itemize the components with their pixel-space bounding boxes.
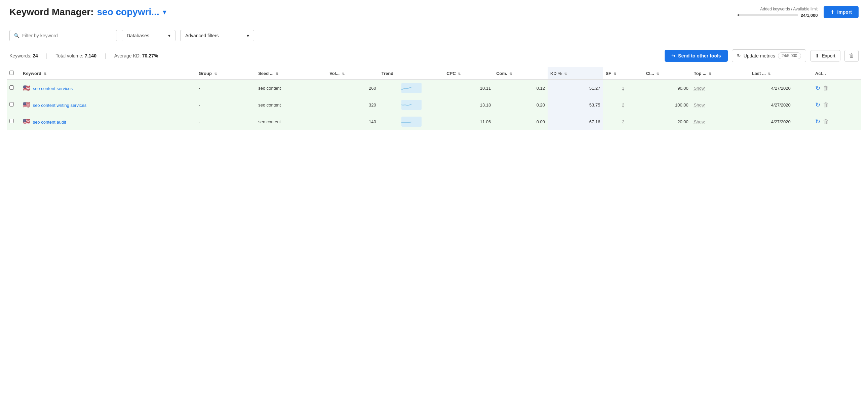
row-vol-cell: 260 (327, 79, 379, 97)
row-cpc-cell: 13.18 (444, 96, 494, 113)
show-link[interactable]: Show (694, 119, 705, 124)
delete-button[interactable]: 🗑 (844, 50, 859, 62)
delete-row-button[interactable]: 🗑 (823, 101, 829, 108)
databases-dropdown[interactable]: Databases ▾ (122, 30, 176, 41)
keywords-stat: Keywords: 24 (9, 53, 38, 59)
row-cpc-cell: 10.11 (444, 79, 494, 97)
send-icon: ↪ (671, 53, 675, 59)
search-input[interactable] (22, 33, 113, 38)
row-checkbox-2[interactable] (9, 119, 14, 123)
show-link[interactable]: Show (694, 86, 705, 91)
row-group-cell: - (196, 96, 255, 113)
search-icon: 🔍 (14, 33, 20, 38)
row-trend-cell (379, 113, 444, 130)
seed-sort-icon: ⇅ (276, 72, 278, 75)
keyword-link[interactable]: seo content services (33, 86, 73, 91)
export-icon: ⬆ (815, 53, 819, 59)
row-vol-cell: 320 (327, 96, 379, 113)
delete-row-button[interactable]: 🗑 (823, 118, 829, 125)
delete-row-button[interactable]: 🗑 (823, 85, 829, 92)
row-cl-cell: 90.00 (644, 79, 691, 97)
flag-icon: 🇺🇸 (23, 85, 30, 91)
col-cpc[interactable]: CPC ⇅ (444, 67, 494, 79)
row-keyword-cell: 🇺🇸 seo content writing services (20, 96, 196, 113)
row-group-cell: - (196, 79, 255, 97)
row-kd-cell: 53.75 (548, 96, 603, 113)
send-to-tools-button[interactable]: ↪ Send to other tools (664, 50, 728, 62)
col-com[interactable]: Com. ⇅ (494, 67, 548, 79)
col-sf[interactable]: SF ⇅ (603, 67, 643, 79)
keyword-search-container[interactable]: 🔍 (9, 30, 117, 41)
flag-icon: 🇺🇸 (23, 118, 30, 125)
keyword-limit-section: Added keywords / Available limit 24/1,00… (738, 7, 818, 18)
stats-bar: Keywords: 24 | Total volume: 7,140 | Ave… (0, 46, 868, 67)
row-kd-cell: 51.27 (548, 79, 603, 97)
trend-chart (401, 117, 422, 127)
row-checkbox-cell[interactable] (7, 79, 20, 97)
stat-separator-1: | (46, 53, 48, 60)
col-seed[interactable]: Seed ... ⇅ (255, 67, 327, 79)
cpc-sort-icon: ⇅ (458, 72, 461, 75)
sf-value[interactable]: 1 (622, 86, 624, 91)
limit-count: 24/1,000 (801, 13, 818, 18)
limit-label: Added keywords / Available limit (760, 7, 817, 11)
row-group-cell: - (196, 113, 255, 130)
keywords-table: Keyword ⇅ Group ⇅ Seed ... ⇅ Vol... ⇅ Tr… (7, 67, 861, 130)
row-last-cell: 4/27/2020 (749, 113, 812, 130)
keyword-link[interactable]: seo content writing services (33, 103, 87, 108)
export-button[interactable]: ⬆ Export (810, 50, 840, 62)
col-keyword[interactable]: Keyword ⇅ (20, 67, 196, 79)
keyword-link[interactable]: seo content audit (33, 120, 66, 125)
header-left: Keyword Manager: seo copywri... ▾ (9, 7, 166, 18)
trend-chart (401, 83, 422, 93)
refresh-button[interactable]: ↻ (815, 84, 820, 92)
row-kd-cell: 67.16 (548, 113, 603, 130)
col-group[interactable]: Group ⇅ (196, 67, 255, 79)
import-label: Import (837, 9, 852, 15)
show-link[interactable]: Show (694, 102, 705, 107)
row-top-cell: Show (691, 113, 749, 130)
row-cl-cell: 100.00 (644, 96, 691, 113)
refresh-button[interactable]: ↻ (815, 101, 820, 108)
limit-progress-bar (738, 14, 798, 16)
row-checkbox-1[interactable] (9, 102, 14, 106)
select-all-checkbox[interactable] (9, 70, 14, 75)
sf-value[interactable]: 2 (622, 120, 624, 124)
select-all-checkbox-header[interactable] (7, 67, 20, 79)
page-title-blue: seo copywri... (97, 7, 159, 18)
refresh-button[interactable]: ↻ (815, 118, 820, 125)
row-vol-cell: 140 (327, 113, 379, 130)
col-top[interactable]: Top ... ⇅ (691, 67, 749, 79)
row-com-cell: 0.20 (494, 96, 548, 113)
row-keyword-cell: 🇺🇸 seo content services (20, 79, 196, 97)
row-checkbox-cell[interactable] (7, 113, 20, 130)
title-dropdown-icon[interactable]: ▾ (163, 8, 166, 17)
col-vol[interactable]: Vol... ⇅ (327, 67, 379, 79)
update-count-badge: 24/5,000 (778, 53, 801, 59)
kd-sort-icon: ⇅ (564, 72, 567, 75)
col-kd[interactable]: KD % ⇅ (548, 67, 603, 79)
top-sort-icon: ⇅ (709, 72, 711, 75)
update-metrics-button[interactable]: ↻ Update metrics 24/5,000 (732, 50, 806, 62)
row-last-cell: 4/27/2020 (749, 79, 812, 97)
row-seed-cell: seo content (255, 79, 327, 97)
limit-bar-fill (738, 14, 739, 16)
databases-chevron-icon: ▾ (168, 33, 170, 38)
row-com-cell: 0.12 (494, 79, 548, 97)
group-sort-icon: ⇅ (214, 72, 217, 75)
volume-value: 7,140 (85, 53, 96, 59)
row-com-cell: 0.09 (494, 113, 548, 130)
advanced-filters-chevron-icon: ▾ (247, 33, 249, 38)
keywords-value: 24 (33, 53, 38, 59)
col-act: Act... (812, 67, 861, 79)
sf-value[interactable]: 2 (622, 103, 624, 107)
col-last[interactable]: Last ... ⇅ (749, 67, 812, 79)
advanced-filters-dropdown[interactable]: Advanced filters ▾ (180, 30, 254, 41)
row-seed-cell: seo content (255, 113, 327, 130)
row-checkbox-0[interactable] (9, 85, 14, 90)
import-button[interactable]: ⬆ Import (824, 6, 859, 18)
keywords-table-container: Keyword ⇅ Group ⇅ Seed ... ⇅ Vol... ⇅ Tr… (0, 67, 868, 130)
header-right: Added keywords / Available limit 24/1,00… (738, 6, 859, 18)
col-cl[interactable]: Cl... ⇅ (644, 67, 691, 79)
row-checkbox-cell[interactable] (7, 96, 20, 113)
